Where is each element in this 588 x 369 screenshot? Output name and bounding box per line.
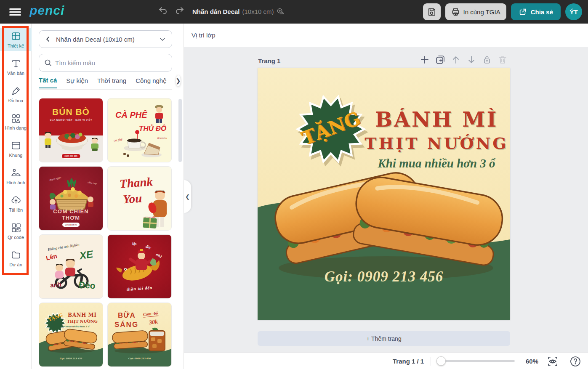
template-title: CƠM CHIÊNTHƠM: [39, 208, 103, 221]
zoom-slider-thumb[interactable]: [436, 356, 446, 366]
template-title-2: You: [122, 191, 142, 206]
sidebar-item-do-hoa[interactable]: Đồ hoạ: [0, 82, 32, 106]
add-page-button[interactable]: + Thêm trang: [258, 331, 510, 346]
share-icon: [519, 8, 527, 16]
save-icon: [427, 8, 436, 16]
tab-su-kien[interactable]: Sự kiện: [66, 77, 88, 88]
zoom-level: 60%: [526, 358, 538, 365]
template-card-bua-sang[interactable]: BỮA SÁNG Cơm -bộ 30k Gọi: 0909 213 456: [107, 303, 172, 367]
tang-starburst-badge[interactable]: TẶNG: [293, 91, 369, 167]
sidebar: Thiết kế Văn bản Đồ hoạ Hình dạng Khung …: [0, 24, 32, 369]
coffee-character-illustration: [152, 104, 167, 124]
template-card-thank-you[interactable]: Thank You vì bạn đãmua hàng: [107, 166, 172, 231]
top-bar: penci Nhãn dán Decal (10x10 cm) In cùng …: [0, 0, 588, 24]
save-button[interactable]: [423, 3, 441, 20]
search-input[interactable]: [55, 59, 167, 66]
sidebar-item-qr-code[interactable]: Qr code: [0, 219, 32, 242]
design-title-line1[interactable]: BÁNH MÌ: [359, 107, 510, 132]
print-button[interactable]: In cùng TGIA: [445, 3, 506, 20]
back-chevron-icon[interactable]: [45, 36, 51, 42]
design-tagline[interactable]: Khi mua nhiều hơn 3 ổ: [359, 157, 510, 170]
image-icon: [11, 167, 21, 178]
template-subtitle: CỦA NGƯỜI VIỆT - ĐẬM VỊ VIỆT: [39, 119, 103, 121]
template-word-3: anh: [50, 281, 61, 289]
sidebar-item-hinh-dang[interactable]: Hình dạng: [0, 110, 32, 133]
share-button[interactable]: Chia sẻ: [511, 3, 561, 20]
tab-thoi-trang[interactable]: Thời trang: [97, 77, 126, 88]
move-up-icon[interactable]: [451, 55, 461, 65]
sidebar-item-tai-len[interactable]: Tải lên: [0, 192, 32, 215]
kid-right-illustration: [89, 137, 101, 152]
template-phone: Gọi: 0909 213 456: [108, 357, 171, 360]
template-title-1: CÀ PHÊ: [115, 110, 147, 120]
add-element-icon[interactable]: [420, 55, 430, 65]
duplicate-page-icon[interactable]: [435, 55, 445, 65]
folder-icon: [11, 250, 21, 260]
page-toolbar: [420, 55, 511, 65]
design-canvas-page[interactable]: TẶNG BÁNH MÌ THỊT NƯỚNG Khi mua nhiều hơ…: [258, 68, 510, 320]
tabs-next-button[interactable]: ❯: [176, 75, 181, 86]
chevron-down-icon: [159, 36, 166, 42]
template-card-com-chien-thom[interactable]: thơm ngon siêu cay CƠM CHIÊNTHƠM 0903 88…: [39, 166, 103, 231]
template-word-4: Đèo: [78, 280, 96, 291]
sidebar-item-hinh-anh[interactable]: Hình ảnh: [0, 165, 32, 188]
template-price: 30k: [149, 319, 158, 326]
kid-left-illustration: [43, 131, 53, 149]
category-dropdown[interactable]: Nhãn dán Decal (10x10 cm): [39, 30, 172, 48]
design-title-line2[interactable]: THỊT NƯỚNG: [359, 134, 510, 153]
template-phone-badge: 0903 888 999: [61, 154, 81, 159]
sidebar-item-thiet-ke[interactable]: Thiết kế: [0, 28, 32, 51]
zoom-slider-track[interactable]: [437, 360, 515, 362]
template-card-than-tai[interactable]: lộc đầy nhà thần tài đến: [107, 234, 172, 299]
sidebar-item-van-ban[interactable]: Văn bản: [0, 55, 32, 78]
print-button-label: In cùng TGIA: [463, 8, 500, 16]
template-script: Không chê anh Nghèo: [48, 242, 80, 252]
redo-icon[interactable]: [175, 6, 184, 15]
banh-mi-sandwich-image[interactable]: [258, 159, 510, 286]
template-card-bun-bo[interactable]: BÚN BÒ CỦA NGƯỜI VIỆT - ĐẬM VỊ VIỆT 0903…: [39, 98, 103, 162]
menu-icon[interactable]: [9, 7, 21, 17]
document-size: (10x10 cm): [242, 8, 274, 15]
undo-icon[interactable]: [158, 6, 168, 15]
search-box[interactable]: [39, 54, 172, 72]
share-button-label: Chia sẻ: [531, 8, 553, 16]
template-title-1: BỮA: [118, 311, 136, 320]
design-grid-icon: [11, 31, 21, 42]
document-title[interactable]: Nhãn dán Decal: [192, 8, 240, 15]
template-card-len-xe-anh-deo[interactable]: Không chê anh Nghèo Lên XE anh Đèo: [39, 234, 103, 299]
design-phone-text[interactable]: Gọi: 0909 213 456: [258, 268, 510, 285]
footer-divider: [431, 357, 431, 366]
coffee-and-cake-illustration: [120, 130, 162, 158]
context-toolbar: Vị trí lớp: [184, 24, 588, 47]
template-title-1: BÁNH MÌ: [68, 312, 96, 318]
page-indicator: Trang 1 / 1: [393, 358, 424, 365]
ruler-icon[interactable]: [277, 8, 285, 16]
sidebar-item-du-an[interactable]: Dự án: [0, 247, 32, 270]
bottom-status-bar: Trang 1 / 1 60%: [184, 353, 588, 369]
template-word-1: lộc: [132, 241, 137, 246]
tab-cong-nghe[interactable]: Công nghệ: [136, 77, 166, 88]
trash-icon[interactable]: [498, 55, 508, 65]
category-dropdown-label: Nhãn dán Decal (10x10 cm): [56, 36, 154, 43]
page-label: Trang 1: [258, 57, 280, 64]
avatar[interactable]: ÝT: [565, 3, 582, 20]
panel-collapse-handle[interactable]: ❮: [184, 180, 191, 213]
preview-eye-icon[interactable]: [547, 356, 559, 367]
panel-scrollbar[interactable]: [178, 99, 182, 162]
tab-tat-ca[interactable]: Tất cả: [39, 77, 57, 88]
shapes-icon: [11, 113, 21, 124]
noodle-bowl-illustration: [51, 123, 93, 152]
printer-icon: [451, 8, 460, 16]
banh-mi-drink-illustration: [112, 327, 168, 354]
help-icon[interactable]: [569, 356, 581, 367]
template-card-banh-mi-tang[interactable]: TẶNG BÁNH MÌ THỊT NƯỚNG Khi mua nhiều hơ…: [39, 303, 103, 367]
sidebar-item-khung[interactable]: Khung: [0, 137, 32, 160]
qr-code-icon: [11, 222, 21, 233]
lock-icon[interactable]: [482, 55, 492, 65]
template-grid: BÚN BÒ CỦA NGƯỜI VIỆT - ĐẬM VỊ VIỆT 0903…: [39, 98, 178, 367]
category-tabs: Tất cả Sự kiện Thời trang Công nghệ ❯: [39, 77, 178, 88]
template-card-ca-phe-thu-do[interactable]: CÀ PHÊ THỦ ĐÔ cà phê tiramisu: [107, 98, 172, 162]
frame-icon: [11, 140, 21, 151]
move-down-icon[interactable]: [466, 55, 476, 65]
template-panel: Nhãn dán Decal (10x10 cm) Tất cả Sự kiện…: [32, 24, 184, 369]
